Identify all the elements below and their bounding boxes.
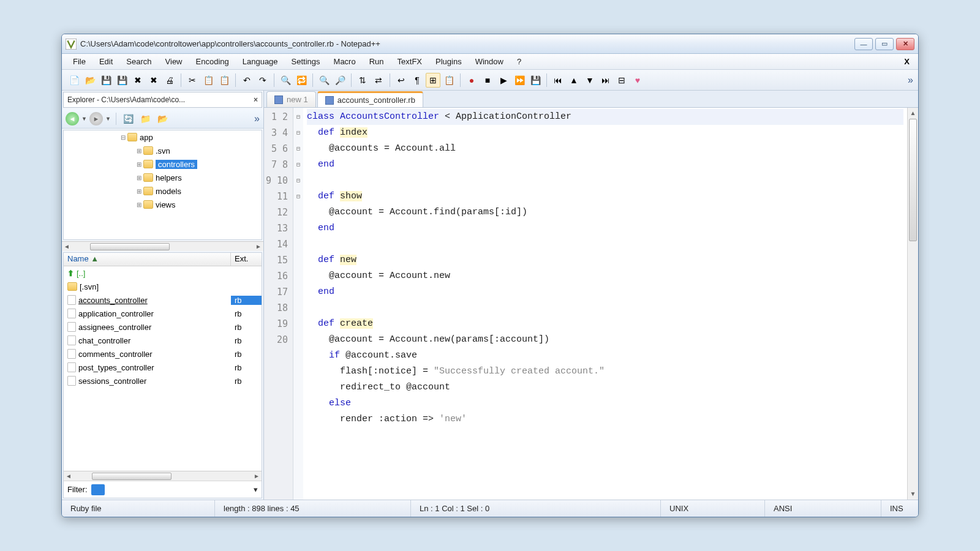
hscroll-right-icon[interactable]: ► (254, 243, 263, 250)
file-row[interactable]: accounts_controllerrb (64, 293, 262, 307)
col-name[interactable]: Name ▲ (64, 253, 231, 266)
tree-item[interactable]: ⊞models (64, 184, 262, 198)
expand-icon[interactable]: ⊞ (135, 161, 143, 168)
copy-icon[interactable]: 📋 (201, 73, 216, 88)
new-icon[interactable]: 📄 (67, 73, 81, 88)
play-multi-icon[interactable]: ⏩ (512, 73, 527, 88)
menu-language[interactable]: Language (236, 55, 284, 68)
filter-dropdown-icon[interactable]: ▾ (254, 485, 258, 494)
explorer-toolbar-overflow[interactable]: » (254, 113, 260, 124)
toolbar-overflow[interactable]: » (908, 75, 913, 86)
close-icon[interactable]: ✖ (130, 73, 145, 88)
paste-icon[interactable]: 📋 (217, 73, 232, 88)
file-row[interactable]: application_controllerrb (64, 307, 262, 320)
menu-textfx[interactable]: TextFX (391, 55, 428, 68)
sync-v-icon[interactable]: ⇅ (355, 73, 370, 88)
save-all-icon[interactable]: 💾 (115, 73, 129, 88)
menu-run[interactable]: Run (363, 55, 390, 68)
nav-forward-button[interactable]: ► (89, 112, 103, 126)
menu-search[interactable]: Search (120, 55, 157, 68)
menu-encoding[interactable]: Encoding (190, 55, 235, 68)
open-folder-icon[interactable]: 📂 (156, 111, 170, 126)
tree-item[interactable]: ⊞helpers (64, 171, 262, 184)
zoom-out-icon[interactable]: 🔎 (333, 73, 347, 88)
menu-view[interactable]: View (159, 55, 189, 68)
to-end-icon[interactable]: ⏭ (598, 73, 613, 88)
close-button[interactable]: ✕ (896, 38, 914, 50)
replace-icon[interactable]: 🔁 (294, 73, 309, 88)
nav-forward-dropdown[interactable]: ▼ (105, 116, 111, 122)
editor-vscrollbar[interactable]: ▲ ▼ (907, 108, 918, 500)
code-content[interactable]: class AccountsController < ApplicationCo… (303, 108, 907, 500)
vscroll-up-icon[interactable]: ▲ (908, 108, 918, 119)
wrap-icon[interactable]: ↩ (394, 73, 409, 88)
nav-back-button[interactable]: ◄ (66, 112, 79, 126)
print-icon[interactable]: 🖨 (162, 73, 177, 88)
undo-icon[interactable]: ↶ (239, 73, 254, 88)
sync-h-icon[interactable]: ⇄ (371, 73, 386, 88)
udl-icon[interactable]: 📋 (442, 73, 456, 88)
tree-hscrollbar[interactable]: ◄ ► (62, 241, 263, 251)
tree-item[interactable]: ⊞views (64, 198, 262, 211)
zoom-in-icon[interactable]: 🔍 (317, 73, 331, 88)
menu-window[interactable]: Window (469, 55, 510, 68)
up-icon[interactable]: ▲ (567, 73, 581, 88)
fold-column[interactable]: ⊟ ⊟ ⊟ ⊟ ⊟ ⊟ (293, 108, 303, 500)
menu-[interactable]: ? (511, 55, 527, 68)
vscroll-thumb[interactable] (909, 119, 917, 241)
filter-chip[interactable] (91, 484, 105, 495)
to-start-icon[interactable]: ⏮ (551, 73, 565, 88)
expand-icon[interactable]: ⊞ (135, 201, 143, 208)
expand-icon[interactable]: ⊟ (119, 134, 127, 141)
file-row[interactable]: assignees_controllerrb (64, 320, 262, 334)
file-row[interactable]: chat_controllerrb (64, 334, 262, 347)
menu-file[interactable]: File (67, 55, 92, 68)
tree-item[interactable]: ⊞.svn (64, 144, 262, 157)
show-all-icon[interactable]: ¶ (410, 73, 424, 88)
maximize-button[interactable]: ▭ (875, 38, 894, 50)
menu-settings[interactable]: Settings (285, 55, 326, 68)
file-list-body[interactable]: ⬆[..][.svn]accounts_controllerrbapplicat… (64, 266, 262, 471)
tree-item[interactable]: ⊟app (64, 130, 262, 144)
col-ext[interactable]: Ext. (231, 253, 262, 266)
menu-plugins[interactable]: Plugins (429, 55, 468, 68)
open-icon[interactable]: 📂 (83, 73, 97, 88)
expand-icon[interactable]: ⊞ (135, 188, 143, 195)
expand-icon[interactable]: ⊞ (135, 148, 143, 154)
hscroll-left-icon[interactable]: ◄ (62, 243, 72, 250)
stop-icon[interactable]: ■ (480, 73, 495, 88)
filelist-hscrollbar[interactable]: ◄ ► (64, 471, 262, 481)
play-icon[interactable]: ▶ (496, 73, 511, 88)
heart-icon[interactable]: ♥ (630, 73, 645, 88)
nav-back-dropdown[interactable]: ▼ (81, 116, 87, 122)
save-icon[interactable]: 💾 (99, 73, 113, 88)
down-icon[interactable]: ▼ (582, 73, 597, 88)
tree-item[interactable]: ⊞controllers (64, 157, 262, 171)
cut-icon[interactable]: ✂ (185, 73, 200, 88)
record-icon[interactable]: ● (464, 73, 479, 88)
tab-close-x[interactable]: X (900, 57, 913, 66)
editor-tab[interactable]: accounts_controller.rb (317, 91, 423, 107)
titlebar[interactable]: C:\Users\Adam\code\controltower\app\cont… (62, 34, 918, 54)
hscroll-thumb[interactable] (90, 243, 170, 250)
menu-macro[interactable]: Macro (328, 55, 362, 68)
find-icon[interactable]: 🔍 (278, 73, 293, 88)
menu-edit[interactable]: Edit (93, 55, 119, 68)
file-row[interactable]: [.svn] (64, 280, 262, 293)
file-row[interactable]: post_types_controllerrb (64, 361, 262, 374)
file-row[interactable]: ⬆[..] (64, 266, 262, 280)
file-row[interactable]: comments_controllerrb (64, 347, 262, 361)
save-macro-icon[interactable]: 💾 (528, 73, 543, 88)
editor-tab[interactable]: new 1 (266, 91, 316, 107)
new-folder-icon[interactable]: 📁 (138, 111, 153, 126)
refresh-icon[interactable]: 🔄 (121, 111, 136, 126)
folder-tree[interactable]: ⊟app⊞.svn⊞controllers⊞helpers⊞models⊞vie… (63, 130, 262, 240)
file-list-header[interactable]: Name ▲ Ext. (64, 253, 262, 266)
line-gutter[interactable]: 1 2 3 4 5 6 7 8 9 10 11 12 13 14 15 16 1… (264, 108, 293, 500)
fold-all-icon[interactable]: ⊟ (614, 73, 629, 88)
file-row[interactable]: sessions_controllerrb (64, 374, 262, 388)
expand-icon[interactable]: ⊞ (135, 174, 143, 181)
indent-guide-icon[interactable]: ⊞ (426, 73, 440, 88)
redo-icon[interactable]: ↷ (255, 73, 270, 88)
code-editor[interactable]: 1 2 3 4 5 6 7 8 9 10 11 12 13 14 15 16 1… (264, 108, 918, 500)
